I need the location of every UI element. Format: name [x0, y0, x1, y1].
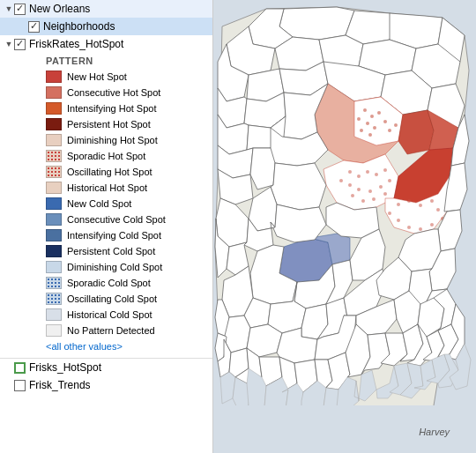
pattern-header: PATTERN	[0, 53, 212, 69]
pattern-swatch	[46, 324, 62, 337]
pattern-item: Diminishing Cold Spot	[0, 259, 212, 275]
svg-point-58	[407, 226, 411, 229]
item-label: Frisks_HotSpot	[29, 360, 101, 375]
pattern-swatch	[46, 245, 62, 257]
pattern-label: Oscillating Cold Spot	[67, 293, 157, 304]
pattern-swatch	[46, 308, 62, 321]
pattern-swatch	[46, 86, 62, 99]
svg-point-56	[430, 223, 434, 226]
pattern-item: Persistent Hot Spot	[0, 116, 212, 132]
pattern-item: No Pattern Detected	[0, 323, 212, 338]
svg-point-52	[419, 204, 422, 207]
pattern-item: Sporadic Cold Spot	[0, 275, 212, 291]
pattern-list: New Hot SpotConsecutive Hot SpotIntensif…	[0, 69, 212, 338]
svg-point-27	[388, 129, 391, 132]
neighborhoods-label: Neighborhoods	[43, 19, 115, 33]
pattern-item: Persistent Cold Spot	[0, 243, 212, 259]
checkbox-friskrates[interactable]	[14, 39, 26, 50]
svg-point-35	[366, 170, 369, 174]
svg-point-39	[379, 185, 383, 189]
svg-point-33	[348, 170, 352, 174]
pattern-swatch	[46, 118, 62, 130]
pattern-item: Oscillating Cold Spot	[0, 291, 212, 307]
tree-item-friskrates[interactable]: FriskRates_HotSpot	[0, 35, 212, 53]
layer-panel[interactable]: New Orleans Neighborhoods FriskRates_Hot…	[0, 0, 213, 453]
pattern-item: Intensifying Cold Spot	[0, 227, 212, 243]
pattern-item: New Hot Spot	[0, 69, 212, 85]
pattern-label: Consecutive Cold Spot	[67, 214, 166, 225]
pattern-label: New Cold Spot	[67, 198, 131, 209]
svg-point-46	[372, 197, 376, 201]
pattern-swatch	[46, 71, 62, 83]
pattern-label: Intensifying Cold Spot	[67, 230, 161, 241]
svg-point-19	[363, 108, 367, 112]
pattern-item: Historical Cold Spot	[0, 307, 212, 323]
svg-point-36	[375, 173, 378, 176]
pattern-swatch	[46, 166, 62, 178]
svg-point-45	[361, 199, 365, 203]
checkbox[interactable]	[14, 362, 26, 374]
svg-point-54	[436, 208, 440, 212]
pattern-item: Consecutive Hot Spot	[0, 85, 212, 100]
new-orleans-label: New Orleans	[29, 2, 90, 16]
checkbox[interactable]	[14, 380, 26, 391]
svg-point-38	[388, 179, 391, 182]
other-values[interactable]: <all other values>	[0, 338, 212, 354]
svg-point-44	[351, 194, 354, 197]
checkbox-new-orleans[interactable]	[14, 4, 26, 15]
pattern-label: New Hot Spot	[67, 71, 127, 82]
svg-point-47	[383, 192, 387, 196]
pattern-label: Sporadic Cold Spot	[67, 278, 151, 288]
tree-item-new-orleans[interactable]: New Orleans	[0, 0, 212, 18]
svg-point-53	[430, 199, 434, 203]
pattern-label: Persistent Hot Spot	[67, 119, 151, 130]
svg-point-28	[394, 123, 398, 127]
expand-arrow-friskrates[interactable]	[4, 39, 14, 49]
pattern-swatch	[46, 102, 62, 115]
pattern-swatch	[46, 134, 62, 146]
pattern-label: Diminishing Cold Spot	[67, 262, 162, 272]
harvey-label: Harvey	[419, 427, 450, 437]
pattern-label: Historical Hot Spot	[67, 182, 147, 193]
map-svg	[213, 0, 476, 453]
svg-point-24	[383, 120, 387, 123]
svg-point-40	[368, 189, 372, 193]
svg-point-22	[366, 122, 369, 125]
pattern-swatch	[46, 150, 62, 162]
pattern-label: No Pattern Detected	[67, 325, 155, 336]
svg-marker-30	[398, 110, 434, 154]
map-panel: Harvey	[213, 0, 476, 453]
pattern-swatch	[46, 293, 62, 305]
expand-arrow-new-orleans[interactable]	[4, 4, 14, 14]
pattern-label: Sporadic Hot Spot	[67, 151, 145, 161]
svg-marker-73	[271, 163, 326, 210]
svg-point-51	[407, 199, 411, 203]
pattern-label: Intensifying Hot Spot	[67, 103, 157, 114]
tree-item-neighborhoods[interactable]: Neighborhoods	[0, 18, 212, 35]
pattern-label: Oscillating Hot Spot	[67, 167, 152, 177]
item-label: Frisk_Trends	[29, 378, 91, 392]
svg-point-26	[368, 133, 372, 137]
tree-item-bottom[interactable]: Frisk_Trends	[0, 376, 212, 394]
svg-point-25	[360, 129, 363, 132]
pattern-item: New Cold Spot	[0, 196, 212, 212]
pattern-swatch	[46, 261, 62, 273]
pattern-swatch	[46, 213, 62, 226]
pattern-label: Persistent Cold Spot	[67, 246, 155, 256]
svg-point-60	[388, 212, 391, 215]
pattern-item: Oscillating Hot Spot	[0, 164, 212, 180]
svg-point-29	[357, 117, 361, 121]
svg-point-41	[357, 188, 361, 191]
svg-point-23	[373, 126, 376, 130]
svg-point-42	[348, 183, 352, 187]
pattern-item: Consecutive Cold Spot	[0, 212, 212, 227]
pattern-item: Intensifying Hot Spot	[0, 100, 212, 116]
svg-point-34	[357, 175, 361, 178]
tree-item-bottom[interactable]: Frisks_HotSpot	[0, 359, 212, 376]
checkbox-neighborhoods[interactable]	[28, 21, 40, 33]
svg-point-37	[383, 168, 387, 172]
pattern-swatch	[46, 182, 62, 194]
pattern-item: Historical Hot Spot	[0, 180, 212, 196]
pattern-label: Historical Cold Spot	[67, 309, 152, 320]
pattern-item: Sporadic Hot Spot	[0, 148, 212, 164]
